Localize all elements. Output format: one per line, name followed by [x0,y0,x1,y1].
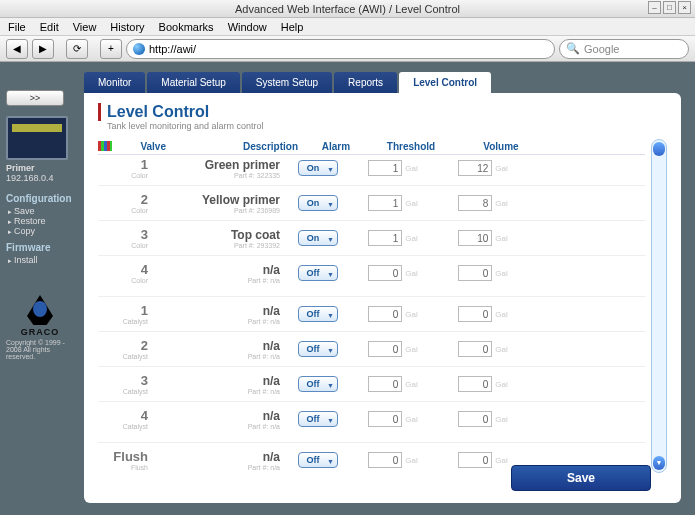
unit-label: Gal [405,199,417,208]
header-description: Description [166,141,306,152]
volume-input[interactable] [458,265,492,281]
maximize-button[interactable]: □ [663,1,676,14]
unit-label: Gal [405,380,417,389]
globe-icon [133,43,145,55]
table-row: 1ColorGreen primerPart #: 322335OnGalGal [98,155,645,181]
menubar: File Edit View History Bookmarks Window … [0,18,695,36]
scroll-thumb[interactable] [653,142,665,156]
threshold-input[interactable] [368,306,402,322]
valve-number: 3Catalyst [98,373,148,395]
alarm-select[interactable]: Off [298,376,338,392]
minimize-button[interactable]: – [648,1,661,14]
unit-label: Gal [495,380,507,389]
device-thumbnail[interactable] [6,116,68,160]
threshold-input[interactable] [368,452,402,468]
alarm-select[interactable]: Off [298,306,338,322]
unit-label: Gal [495,199,507,208]
valve-description: Yellow primerPart #: 236989 [148,193,288,214]
sidebar-restore[interactable]: Restore [8,216,74,226]
threshold-input[interactable] [368,341,402,357]
volume-input[interactable] [458,376,492,392]
tab-bar: Monitor Material Setup System Setup Repo… [84,72,681,93]
tab-material-setup[interactable]: Material Setup [147,72,239,93]
tab-monitor[interactable]: Monitor [84,72,145,93]
tab-level-control[interactable]: Level Control [399,72,491,93]
firmware-heading: Firmware [6,242,74,253]
volume-input[interactable] [458,341,492,357]
browser-toolbar: ◀ ▶ ⟳ + http://awi/ 🔍 Google [0,36,695,62]
menu-edit[interactable]: Edit [40,18,59,35]
menu-file[interactable]: File [8,18,26,35]
unit-label: Gal [405,415,417,424]
sidebar-save[interactable]: Save [8,206,74,216]
alarm-select[interactable]: On [298,230,338,246]
copyright: Copyright © 1999 - 2008 All rights reser… [6,339,74,360]
alarm-select[interactable]: Off [298,452,338,468]
table-row: 1Catalystn/aPart #: n/aOffGalGal [98,301,645,327]
device-name: Primer [6,163,35,173]
tab-system-setup[interactable]: System Setup [242,72,332,93]
table-row: 4Colorn/aPart #: n/aOffGalGal [98,260,645,286]
sidebar-install[interactable]: Install [8,255,74,265]
scroll-down-icon[interactable]: ▼ [653,456,665,470]
unit-label: Gal [405,310,417,319]
unit-label: Gal [495,415,507,424]
threshold-input[interactable] [368,411,402,427]
forward-button[interactable]: ▶ [32,39,54,59]
volume-input[interactable] [458,411,492,427]
threshold-input[interactable] [368,376,402,392]
unit-label: Gal [405,269,417,278]
unit-label: Gal [495,310,507,319]
threshold-input[interactable] [368,265,402,281]
page-title: Level Control [98,103,667,121]
search-icon: 🔍 [566,42,580,55]
alarm-select[interactable]: On [298,160,338,176]
valve-description: n/aPart #: n/a [148,263,288,284]
menu-help[interactable]: Help [281,18,304,35]
volume-input[interactable] [458,306,492,322]
unit-label: Gal [495,345,507,354]
graco-icon [27,295,53,325]
menu-view[interactable]: View [73,18,97,35]
volume-input[interactable] [458,230,492,246]
scrollbar[interactable]: ▼ [651,139,667,473]
threshold-input[interactable] [368,160,402,176]
sidebar-copy[interactable]: Copy [8,226,74,236]
menu-window[interactable]: Window [228,18,267,35]
close-button[interactable]: × [678,1,691,14]
unit-label: Gal [405,345,417,354]
alarm-select[interactable]: Off [298,265,338,281]
volume-input[interactable] [458,452,492,468]
reload-button[interactable]: ⟳ [66,39,88,59]
threshold-input[interactable] [368,230,402,246]
tab-reports[interactable]: Reports [334,72,397,93]
url-text: http://awi/ [149,43,196,55]
level-grid: Valve Description Alarm Threshold Volume… [98,139,645,473]
menu-history[interactable]: History [110,18,144,35]
header-volume: Volume [456,141,546,152]
color-swatch-icon [98,141,112,151]
menu-bookmarks[interactable]: Bookmarks [159,18,214,35]
back-button[interactable]: ◀ [6,39,28,59]
valve-number: 2Color [98,192,148,214]
page-subtitle: Tank level monitoring and alarm control [98,121,667,131]
volume-input[interactable] [458,160,492,176]
alarm-select[interactable]: On [298,195,338,211]
config-heading: Configuration [6,193,74,204]
save-button[interactable]: Save [511,465,651,491]
sidebar-dropdown[interactable]: >> [6,90,64,106]
alarm-select[interactable]: Off [298,411,338,427]
url-bar[interactable]: http://awi/ [126,39,555,59]
threshold-input[interactable] [368,195,402,211]
main-panel: Level Control Tank level monitoring and … [84,93,681,503]
valve-number: 3Color [98,227,148,249]
volume-input[interactable] [458,195,492,211]
unit-label: Gal [495,269,507,278]
device-ip: 192.168.0.4 [6,173,74,183]
unit-label: Gal [495,456,507,465]
alarm-select[interactable]: Off [298,341,338,357]
valve-number: 4Color [98,262,148,284]
add-button[interactable]: + [100,39,122,59]
table-row: 3ColorTop coatPart #: 293392OnGalGal [98,225,645,251]
search-bar[interactable]: 🔍 Google [559,39,689,59]
